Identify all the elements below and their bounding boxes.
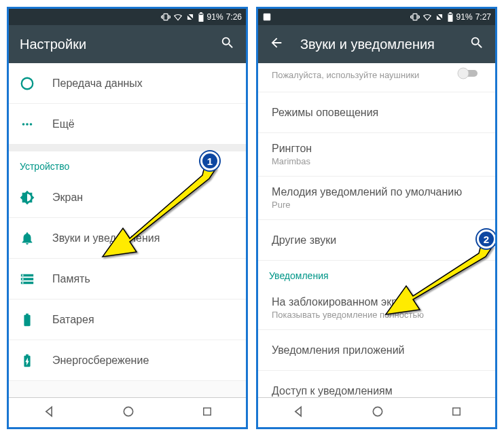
list-item-ringtone[interactable]: Рингтон Marimbas: [258, 133, 495, 177]
label: Экран: [52, 191, 235, 204]
svg-rect-8: [203, 407, 211, 415]
data-usage-icon: [20, 76, 52, 91]
page-title: Звуки и уведомления: [300, 37, 469, 52]
list-item-battery[interactable]: Батарея: [9, 299, 246, 340]
list-item-notification-access[interactable]: Доступ к уведомлениям: [258, 371, 495, 397]
list-item-partial-top[interactable]: Пожалуйста, используйте наушники: [258, 63, 495, 92]
svg-rect-2: [199, 14, 202, 15]
navbar: [9, 397, 246, 427]
svg-point-7: [124, 407, 132, 416]
no-sim-icon: [435, 12, 444, 22]
label: Звуки и уведомления: [52, 232, 235, 244]
no-sim-icon: [185, 12, 195, 22]
list-item-other-sounds[interactable]: Другие звуки: [258, 220, 495, 261]
search-icon[interactable]: [469, 35, 484, 54]
label: Память: [52, 273, 235, 285]
label: Рингтон: [272, 143, 484, 155]
recent-nav-icon[interactable]: [450, 405, 463, 420]
battery-percent: 91%: [207, 12, 223, 22]
svg-point-4: [22, 123, 25, 126]
label: Мелодия уведомлений по умолчанию: [272, 186, 484, 198]
value: Показывать уведомление полностью: [272, 310, 484, 320]
toggle-off-icon[interactable]: [457, 67, 482, 82]
divider: [9, 145, 246, 151]
label: Передача данных: [52, 77, 235, 90]
sound-settings-list: Пожалуйста, используйте наушники Режимы …: [258, 63, 495, 397]
label: Батарея: [52, 314, 235, 326]
more-horiz-icon: [20, 117, 52, 132]
label: Режимы оповещения: [272, 107, 484, 119]
list-item-alert-modes[interactable]: Режимы оповещения: [258, 92, 495, 133]
list-item-more[interactable]: Ещё: [9, 104, 246, 145]
label: Доступ к уведомлениям: [272, 385, 484, 397]
svg-rect-12: [449, 12, 452, 14]
back-nav-icon[interactable]: [291, 405, 305, 421]
svg-point-3: [22, 77, 33, 89]
svg-point-5: [26, 123, 29, 126]
list-item-display[interactable]: Экран: [9, 177, 246, 218]
back-icon[interactable]: [269, 35, 284, 54]
list-item-app-notifications[interactable]: Уведомления приложений: [258, 330, 495, 371]
label: На заблокированном экране: [272, 296, 484, 308]
appbar-settings: Настройки: [9, 25, 246, 63]
battery-icon: [20, 312, 52, 327]
appbar-sound: Звуки и уведомления: [258, 25, 495, 63]
svg-rect-17: [452, 407, 460, 415]
list-item-on-lock-screen[interactable]: На заблокированном экране Показывать уве…: [258, 287, 495, 330]
wifi-icon: [422, 12, 432, 22]
battery-icon: [447, 12, 454, 22]
svg-point-6: [30, 123, 33, 126]
search-icon[interactable]: [220, 35, 235, 54]
list-item-data-usage[interactable]: Передача данных: [9, 63, 246, 104]
statusbar: 91% 7:27: [258, 9, 495, 25]
svg-point-15: [458, 68, 469, 79]
power-save-icon: [20, 353, 52, 368]
statusbar: 91% 7:26: [9, 9, 246, 25]
label: Другие звуки: [272, 234, 484, 247]
home-nav-icon[interactable]: [371, 405, 384, 421]
svg-rect-10: [264, 14, 271, 21]
section-header-device: Устройство: [9, 151, 246, 177]
clock: 7:26: [226, 12, 242, 22]
settings-list: Передача данных Ещё Устройство Экран Зву…: [9, 63, 246, 397]
back-nav-icon[interactable]: [42, 405, 56, 421]
battery-percent: 91%: [456, 12, 473, 22]
page-title: Настройки: [20, 37, 220, 52]
value: Marimbas: [272, 156, 484, 166]
storage-icon: [20, 272, 52, 287]
clock: 7:27: [475, 12, 491, 22]
svg-rect-13: [448, 14, 452, 15]
label: Уведомления приложений: [272, 344, 484, 357]
gallery-icon: [262, 12, 272, 22]
list-item-power-saving[interactable]: Энергосбережение: [9, 340, 246, 381]
recent-nav-icon[interactable]: [201, 405, 213, 420]
label: Ещё: [52, 118, 235, 130]
value: Pure: [272, 200, 484, 210]
bell-icon: [20, 231, 52, 246]
hint: Пожалуйста, используйте наушники: [272, 70, 457, 80]
phone-right: 91% 7:27 Звуки и уведомления Пожалуйста,…: [256, 7, 497, 429]
vibrate-icon: [410, 12, 420, 22]
home-nav-icon[interactable]: [122, 405, 135, 421]
list-item-sound-notifications[interactable]: Звуки и уведомления: [9, 218, 246, 259]
svg-point-16: [373, 407, 382, 416]
navbar: [258, 397, 495, 427]
wifi-icon: [173, 12, 183, 22]
display-icon: [20, 190, 52, 205]
phone-left: 91% 7:26 Настройки Передача данных Ещё У…: [7, 7, 248, 429]
svg-rect-1: [200, 12, 202, 14]
list-item-storage[interactable]: Память: [9, 259, 246, 299]
label: Энергосбережение: [52, 354, 235, 367]
list-item-notification-sound[interactable]: Мелодия уведомлений по умолчанию Pure: [258, 177, 495, 220]
section-header-notifications: Уведомления: [258, 261, 495, 287]
battery-icon: [198, 12, 204, 22]
vibrate-icon: [161, 12, 170, 22]
